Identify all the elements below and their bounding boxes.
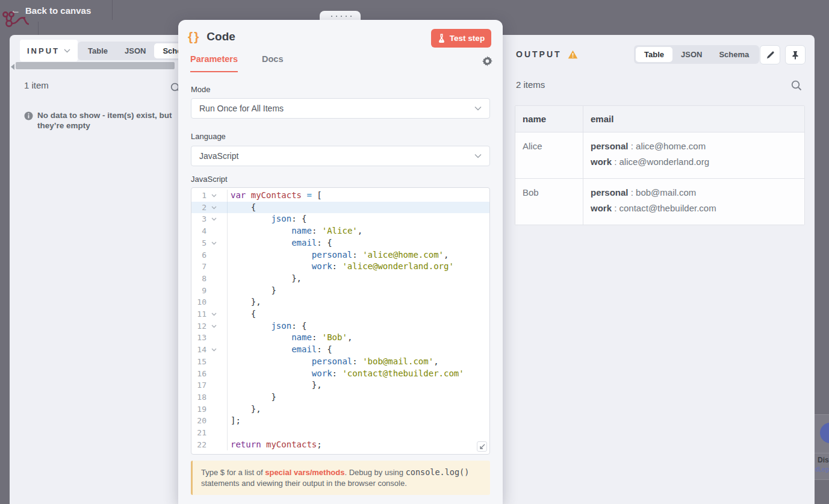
input-empty-notice-text: No data to show - item(s) exist, but the… xyxy=(37,111,179,131)
code-editor[interactable]: 1var myContacts = [2 {3 json: {4 name: '… xyxy=(191,187,490,455)
code-line[interactable]: 17 }, xyxy=(191,379,489,391)
tab-parameters[interactable]: Parameters xyxy=(190,54,238,72)
code-line[interactable]: 18 } xyxy=(191,391,489,403)
line-number: 19 xyxy=(191,403,206,415)
tab-docs[interactable]: Docs xyxy=(262,54,283,72)
fold-toggle-icon[interactable] xyxy=(206,206,221,210)
code-line[interactable]: 6 personal: 'alice@home.com', xyxy=(191,249,489,261)
workflow-logo-icon xyxy=(1,10,33,34)
line-number: 2 xyxy=(191,202,206,214)
line-number: 6 xyxy=(191,249,206,261)
line-number: 21 xyxy=(191,427,206,439)
input-node-selector[interactable]: INPUT xyxy=(20,40,78,61)
code-node-modal: {} Code Test step Parameters Docs Mode R… xyxy=(178,20,503,504)
fold-toggle-icon[interactable] xyxy=(206,217,221,221)
email-kv-line: personal : alice@home.com xyxy=(591,141,797,151)
email-kv-line: personal : bob@mail.com xyxy=(591,187,797,198)
code-lines: 1var myContacts = [2 {3 json: {4 name: '… xyxy=(191,190,489,450)
output-table-header: name email xyxy=(515,106,804,132)
code-text: { xyxy=(228,202,256,214)
mode-value: Run Once for All Items xyxy=(199,104,284,113)
column-header-name[interactable]: name xyxy=(515,106,583,132)
code-text: work: 'alice@wonderland.org' xyxy=(228,261,454,273)
language-label: Language xyxy=(191,132,226,141)
code-line[interactable]: 19 }, xyxy=(191,403,489,415)
output-panel-title: OUTPUT xyxy=(516,49,562,59)
code-text: var myContacts = [ xyxy=(228,190,322,202)
hint-text: statements and viewing their output in t… xyxy=(201,479,407,488)
cell-email: personal : alice@home.comwork : alice@wo… xyxy=(583,132,804,178)
line-number: 20 xyxy=(191,415,206,427)
line-number: 1 xyxy=(191,190,206,202)
code-line[interactable]: 7 work: 'alice@wonderland.org' xyxy=(191,261,489,273)
code-line[interactable]: 4 name: 'Alice', xyxy=(191,225,489,237)
mode-select[interactable]: Run Once for All Items xyxy=(191,98,490,119)
node-title[interactable]: Code xyxy=(206,30,235,43)
code-text: name: 'Bob', xyxy=(228,332,352,344)
code-text: email: { xyxy=(228,237,332,249)
code-line[interactable]: 20]; xyxy=(191,415,489,427)
code-line[interactable]: 13 name: 'Bob', xyxy=(191,332,489,344)
fragment-label: Dis xyxy=(818,456,829,464)
hint-text: Type $ for a list of xyxy=(201,468,265,477)
chevron-down-icon xyxy=(474,154,482,158)
mode-label: Mode xyxy=(191,85,211,94)
column-header-email[interactable]: email xyxy=(583,106,804,132)
output-search-icon[interactable] xyxy=(791,80,802,91)
chevron-down-icon xyxy=(474,106,482,111)
code-line[interactable]: 10 }, xyxy=(191,296,489,308)
pin-data-button[interactable] xyxy=(785,45,806,64)
code-text: json: { xyxy=(228,320,306,332)
edit-output-button[interactable] xyxy=(760,45,780,64)
node-settings-gear-icon[interactable] xyxy=(482,56,492,66)
code-line[interactable]: 16 work: 'contact@thebuilder.com' xyxy=(191,368,489,380)
code-text: { xyxy=(228,308,256,320)
code-text: email: { xyxy=(228,344,332,356)
horizontal-scrollbar[interactable] xyxy=(16,62,175,69)
output-tab-json[interactable]: JSON xyxy=(672,47,710,62)
code-line[interactable]: 9 } xyxy=(191,285,489,297)
fold-toggle-icon[interactable] xyxy=(206,348,221,352)
code-text: json: { xyxy=(228,213,306,225)
dimmed-popup-fragment: Dis dLega xyxy=(815,414,829,480)
cell-email: personal : bob@mail.comwork : contact@th… xyxy=(583,179,804,225)
code-node-icon: {} xyxy=(188,30,200,44)
email-kv-line: work : alice@wonderland.org xyxy=(591,157,797,167)
input-tab-json[interactable]: JSON xyxy=(116,43,154,58)
line-number: 13 xyxy=(191,332,206,344)
fold-toggle-icon[interactable] xyxy=(206,325,221,328)
flask-icon xyxy=(438,34,446,43)
scroll-left-arrow[interactable] xyxy=(11,64,14,70)
special-vars-link[interactable]: special vars/methods xyxy=(265,468,344,477)
code-line[interactable]: 12 json: { xyxy=(191,320,489,332)
language-select[interactable]: JavaScript xyxy=(191,146,490,166)
fold-toggle-icon[interactable] xyxy=(206,241,221,245)
table-row[interactable]: Alicepersonal : alice@home.comwork : ali… xyxy=(515,132,804,179)
code-line[interactable]: 1var myContacts = [ xyxy=(191,190,489,202)
code-line[interactable]: 15 personal: 'bob@mail.com', xyxy=(191,356,489,368)
input-items-count: 1 item xyxy=(24,80,49,90)
line-number: 7 xyxy=(191,261,206,273)
code-text: } xyxy=(228,285,276,297)
code-line[interactable]: 22return myContacts; xyxy=(191,439,489,451)
output-tab-schema[interactable]: Schema xyxy=(710,47,757,62)
fold-toggle-icon[interactable] xyxy=(206,313,221,316)
code-line[interactable]: 8 }, xyxy=(191,273,489,285)
code-text: return myContacts; xyxy=(228,439,322,451)
fold-toggle-icon[interactable] xyxy=(206,194,221,198)
code-line[interactable]: 5 email: { xyxy=(191,237,489,249)
test-step-label: Test step xyxy=(450,34,485,43)
code-line[interactable]: 14 email: { xyxy=(191,344,489,356)
code-line[interactable]: 21 xyxy=(191,427,489,439)
input-tab-table[interactable]: Table xyxy=(79,43,116,58)
line-number: 17 xyxy=(191,379,206,391)
output-tab-table[interactable]: Table xyxy=(636,47,672,62)
code-line[interactable]: 2 { xyxy=(191,202,489,214)
code-line[interactable]: 11 { xyxy=(191,308,489,320)
editor-resize-handle[interactable] xyxy=(477,441,487,452)
code-text: personal: 'alice@home.com', xyxy=(228,249,449,261)
fragment-link[interactable]: dLega xyxy=(815,466,829,473)
code-line[interactable]: 3 json: { xyxy=(191,213,489,225)
test-step-button[interactable]: Test step xyxy=(431,29,491,48)
table-row[interactable]: Bobpersonal : bob@mail.comwork : contact… xyxy=(515,179,804,225)
